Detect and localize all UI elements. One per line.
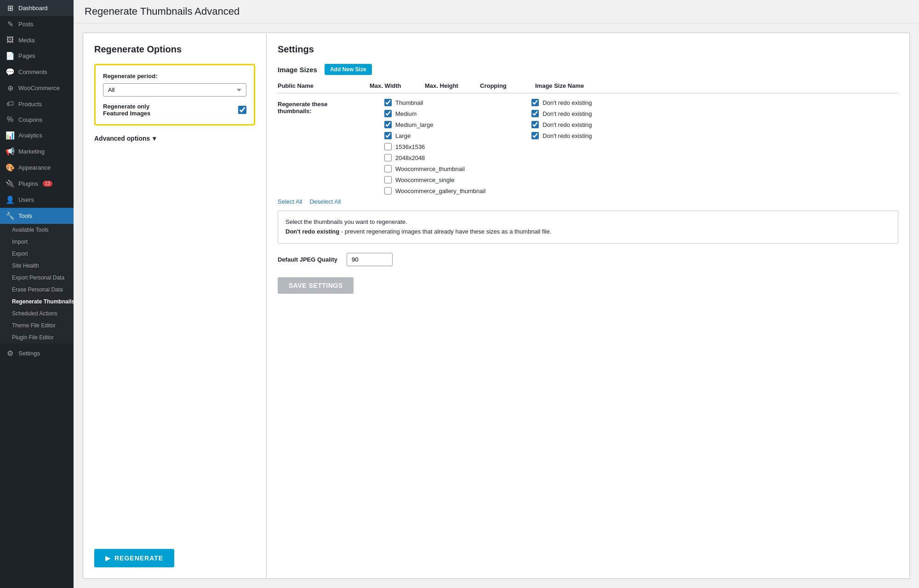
- select-links: Select All Deselect All: [278, 198, 898, 205]
- sidebar-item-plugins[interactable]: 🔌 Plugins 13: [0, 176, 74, 192]
- featured-images-checkbox[interactable]: [238, 106, 246, 114]
- image-sizes-header: Image Sizes Add New Size: [278, 64, 898, 75]
- dont-redo-checkbox-large[interactable]: [531, 132, 539, 139]
- sidebar-sub-scheduled-actions[interactable]: Scheduled Actions: [7, 308, 74, 320]
- dont-redo-checkbox-medium-large[interactable]: [531, 121, 539, 128]
- left-panel-title: Regenerate Options: [94, 44, 255, 55]
- sidebar-item-users[interactable]: 👤 Users: [0, 192, 74, 208]
- regen-these-label: Regenerate thesethumbnails:: [278, 99, 370, 194]
- regenerate-options-panel: Regenerate Options Regenerate period: Al…: [83, 33, 267, 579]
- plugins-badge: 13: [43, 181, 52, 187]
- sidebar-item-settings[interactable]: ⚙ Settings: [0, 345, 74, 361]
- thumb-checkbox-2048[interactable]: [384, 154, 392, 161]
- thumb-label-large: Large: [395, 132, 411, 139]
- col-public-name: Public Name: [278, 82, 370, 89]
- sidebar-item-label: Analytics: [18, 132, 42, 139]
- add-new-size-button[interactable]: Add New Size: [325, 64, 372, 75]
- sidebar-item-comments[interactable]: 💬 Comments: [0, 64, 74, 80]
- sidebar-sub-erase-personal[interactable]: Erase Personal Data: [7, 284, 74, 296]
- sub-item-label: Theme File Editor: [12, 322, 56, 329]
- thumb-label-2048: 2048x2048: [395, 154, 425, 161]
- sub-item-label: Regenerate Thumbnails: [12, 298, 74, 305]
- sidebar-item-appearance[interactable]: 🎨 Appearance: [0, 160, 74, 176]
- sidebar-item-label: Plugins: [18, 180, 38, 187]
- advanced-options-toggle[interactable]: Advanced options ▾: [94, 135, 255, 142]
- sidebar-sub-plugin-file-editor[interactable]: Plugin File Editor: [7, 331, 74, 343]
- sidebar-sub-regenerate-thumbnails[interactable]: Regenerate Thumbnails: [7, 296, 74, 308]
- dashboard-icon: ⊞: [6, 4, 15, 12]
- sidebar-item-label: Coupons: [18, 116, 42, 123]
- thumb-checkbox-large[interactable]: [384, 132, 392, 139]
- sidebar-sub-export-personal[interactable]: Export Personal Data: [7, 272, 74, 284]
- page-title: Regenerate Thumbnails Advanced: [85, 6, 908, 17]
- thumb-item-medium: Medium: [384, 110, 485, 117]
- regenerate-options-box: Regenerate period: All Last 7 days Last …: [94, 64, 255, 126]
- tools-icon: 🔧: [6, 211, 15, 220]
- dont-redo-thumbnail: Don't redo existing: [531, 99, 592, 106]
- table-header: Public Name Max. Width Max. Height Cropp…: [278, 82, 898, 93]
- sidebar-item-woocommerce[interactable]: ⊕ WooCommerce: [0, 80, 74, 96]
- regenerate-button-label: REGENERATE: [114, 554, 163, 562]
- info-box: Select the thumbnails you want to regene…: [278, 211, 898, 244]
- regenerate-button[interactable]: ▶ REGENERATE: [94, 549, 174, 567]
- sidebar-sub-available-tools[interactable]: Available Tools: [7, 224, 74, 236]
- thumb-item-large: Large: [384, 132, 485, 139]
- sidebar-item-label: Comments: [18, 69, 47, 75]
- woocommerce-icon: ⊕: [6, 84, 15, 92]
- settings-icon: ⚙: [6, 349, 15, 358]
- sidebar-item-marketing[interactable]: 📢 Marketing: [0, 143, 74, 160]
- sidebar-item-analytics[interactable]: 📊 Analytics: [0, 127, 74, 143]
- sidebar-item-media[interactable]: 🖼 Media: [0, 32, 74, 48]
- checked-thumbnails-col: Thumbnail Medium Medium_large Large: [384, 99, 485, 194]
- chevron-down-icon: ▾: [153, 135, 156, 142]
- sidebar-item-coupons[interactable]: % Coupons: [0, 112, 74, 127]
- save-settings-button[interactable]: SAVE SETTINGS: [278, 277, 354, 294]
- sidebar-item-posts[interactable]: ✎ Posts: [0, 16, 74, 32]
- thumb-checkbox-thumbnail[interactable]: [384, 99, 392, 106]
- thumb-label-medium: Medium: [395, 110, 417, 117]
- select-all-link[interactable]: Select All: [278, 198, 302, 205]
- dont-redo-medium: Don't redo existing: [531, 110, 592, 117]
- thumb-item-thumbnail: Thumbnail: [384, 99, 485, 106]
- sidebar-item-products[interactable]: 🏷 Products: [0, 96, 74, 112]
- pages-icon: 📄: [6, 51, 15, 60]
- thumb-checkbox-1536[interactable]: [384, 143, 392, 150]
- sidebar-item-pages[interactable]: 📄 Pages: [0, 48, 74, 64]
- sidebar-item-label: WooCommerce: [18, 85, 60, 91]
- dont-redo-label-thumbnail: Don't redo existing: [542, 99, 592, 106]
- sidebar-item-tools[interactable]: 🔧 Tools: [0, 208, 74, 224]
- thumb-checkbox-woo-thumbnail[interactable]: [384, 165, 392, 172]
- deselect-all-link[interactable]: Deselect All: [309, 198, 341, 205]
- sidebar-sub-import[interactable]: Import: [7, 236, 74, 248]
- sidebar-sub-site-health[interactable]: Site Health: [7, 260, 74, 272]
- users-icon: 👤: [6, 195, 15, 204]
- sidebar-sub-export[interactable]: Export: [7, 248, 74, 260]
- sidebar-item-label: Posts: [18, 21, 34, 28]
- thumb-checkbox-medium-large[interactable]: [384, 121, 392, 128]
- thumb-checkbox-medium[interactable]: [384, 110, 392, 117]
- sidebar-item-label: Users: [18, 196, 34, 203]
- jpeg-quality-input[interactable]: 90: [347, 253, 393, 266]
- dont-redo-checkbox-thumbnail[interactable]: [531, 99, 539, 106]
- sub-item-label: Export: [12, 251, 28, 257]
- thumb-item-2048: 2048x2048: [384, 154, 485, 161]
- media-icon: 🖼: [6, 36, 15, 44]
- thumb-label-1536: 1536x1536: [395, 143, 425, 150]
- col-max-width: Max. Width: [370, 82, 425, 89]
- sidebar: ⊞ Dashboard ✎ Posts 🖼 Media 📄 Pages 💬 Co…: [0, 0, 74, 588]
- sub-item-label: Import: [12, 239, 28, 245]
- dont-redo-checkbox-medium[interactable]: [531, 110, 539, 117]
- thumb-checkbox-woo-single[interactable]: [384, 176, 392, 183]
- posts-icon: ✎: [6, 20, 15, 29]
- period-select[interactable]: All Last 7 days Last 30 days Last 90 day…: [103, 83, 246, 97]
- thumbnails-columns: Thumbnail Medium Medium_large Large: [384, 99, 592, 194]
- sidebar-item-dashboard[interactable]: ⊞ Dashboard: [0, 0, 74, 16]
- thumb-checkbox-woo-gallery[interactable]: [384, 187, 392, 194]
- sidebar-sub-theme-file-editor[interactable]: Theme File Editor: [7, 320, 74, 331]
- dont-redo-label-medium-large: Don't redo existing: [542, 121, 592, 128]
- sidebar-item-label: Media: [18, 37, 34, 44]
- jpeg-quality-label: Default JPEG Quality: [278, 256, 337, 263]
- sub-item-label: Plugin File Editor: [12, 334, 54, 341]
- sub-item-label: Scheduled Actions: [12, 310, 57, 317]
- thumb-label-woo-thumbnail: Woocommerce_thumbnail: [395, 166, 465, 172]
